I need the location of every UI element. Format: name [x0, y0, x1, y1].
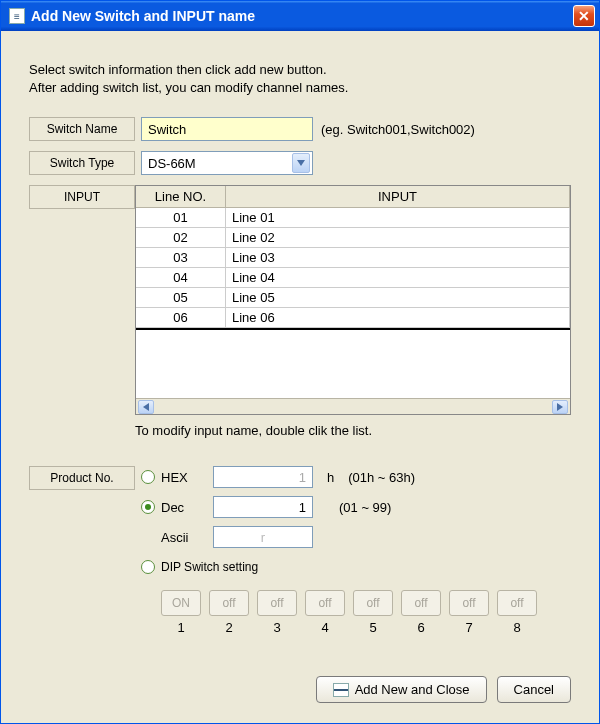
- dip-button[interactable]: off: [257, 590, 297, 616]
- cell-no: 06: [136, 308, 226, 327]
- cell-input: Line 01: [226, 208, 570, 227]
- ascii-label: Ascii: [161, 530, 207, 545]
- col-header-lineno: Line NO.: [136, 186, 226, 208]
- hex-radio[interactable]: [141, 470, 155, 484]
- dip-switch-3: off3: [257, 590, 297, 635]
- chevron-down-icon: [297, 160, 305, 166]
- titlebar: ≡ Add New Switch and INPUT name ✕: [1, 1, 599, 31]
- dip-number: 2: [225, 620, 232, 635]
- table-empty-area: [136, 328, 570, 398]
- table-row[interactable]: 02Line 02: [136, 228, 570, 248]
- table-row[interactable]: 06Line 06: [136, 308, 570, 328]
- switch-name-label: Switch Name: [29, 117, 135, 141]
- dip-button[interactable]: off: [305, 590, 345, 616]
- cell-input: Line 05: [226, 288, 570, 307]
- dip-number: 1: [177, 620, 184, 635]
- dip-switch-8: off8: [497, 590, 537, 635]
- dip-switch-2: off2: [209, 590, 249, 635]
- dip-button[interactable]: ON: [161, 590, 201, 616]
- input-table: Line NO. INPUT 01Line 01 02Line 02 03Lin…: [135, 185, 571, 415]
- cell-no: 01: [136, 208, 226, 227]
- cell-input: Line 02: [226, 228, 570, 247]
- add-new-close-label: Add New and Close: [355, 682, 470, 697]
- dip-number: 8: [513, 620, 520, 635]
- instruction-line1: Select switch information then click add…: [29, 61, 571, 79]
- ascii-input[interactable]: [213, 526, 313, 548]
- chevron-left-icon: [143, 403, 149, 411]
- horizontal-scrollbar[interactable]: [136, 398, 570, 414]
- hex-label: HEX: [161, 470, 207, 485]
- scroll-right-button[interactable]: [552, 400, 568, 414]
- input-section-label: INPUT: [29, 185, 135, 209]
- dip-button[interactable]: off: [449, 590, 489, 616]
- close-button[interactable]: ✕: [573, 5, 595, 27]
- switch-type-combo[interactable]: DS-66M: [141, 151, 313, 175]
- scroll-left-button[interactable]: [138, 400, 154, 414]
- cell-no: 04: [136, 268, 226, 287]
- dip-number: 5: [369, 620, 376, 635]
- button-bar: Add New and Close Cancel: [29, 652, 571, 703]
- input-table-row: INPUT Line NO. INPUT 01Line 01 02Line 02…: [29, 185, 571, 456]
- dip-number: 3: [273, 620, 280, 635]
- cell-no: 02: [136, 228, 226, 247]
- switch-type-label: Switch Type: [29, 151, 135, 175]
- dip-number: 4: [321, 620, 328, 635]
- app-icon: ≡: [9, 8, 25, 24]
- cell-no: 03: [136, 248, 226, 267]
- combo-arrow[interactable]: [292, 153, 310, 173]
- table-row[interactable]: 04Line 04: [136, 268, 570, 288]
- close-icon: ✕: [578, 8, 590, 24]
- cancel-label: Cancel: [514, 682, 554, 697]
- switch-type-value: DS-66M: [148, 156, 196, 171]
- dip-button[interactable]: off: [497, 590, 537, 616]
- cell-no: 05: [136, 288, 226, 307]
- instructions: Select switch information then click add…: [29, 61, 571, 97]
- modify-hint: To modify input name, double clik the li…: [135, 423, 571, 438]
- hex-suffix: h: [327, 470, 334, 485]
- add-new-close-button[interactable]: Add New and Close: [316, 676, 487, 703]
- dec-input[interactable]: [213, 496, 313, 518]
- dec-label: Dec: [161, 500, 207, 515]
- dip-label: DIP Switch setting: [161, 560, 258, 574]
- window-title: Add New Switch and INPUT name: [31, 8, 573, 24]
- dip-button[interactable]: off: [209, 590, 249, 616]
- client-area: Select switch information then click add…: [1, 31, 599, 723]
- hex-input[interactable]: [213, 466, 313, 488]
- dip-radio[interactable]: [141, 560, 155, 574]
- cell-input: Line 06: [226, 308, 570, 327]
- switch-name-hint: (eg. Switch001,Switch002): [321, 122, 475, 137]
- cell-input: Line 04: [226, 268, 570, 287]
- table-row[interactable]: 05Line 05: [136, 288, 570, 308]
- dip-switch-4: off4: [305, 590, 345, 635]
- dip-switch-1: ON1: [161, 590, 201, 635]
- dip-row: DIP Switch setting: [141, 560, 571, 574]
- dec-radio[interactable]: [141, 500, 155, 514]
- cancel-button[interactable]: Cancel: [497, 676, 571, 703]
- list-icon: [333, 683, 349, 697]
- chevron-right-icon: [557, 403, 563, 411]
- dip-button[interactable]: off: [353, 590, 393, 616]
- switch-name-input[interactable]: [141, 117, 313, 141]
- product-no-label: Product No.: [29, 466, 135, 490]
- col-header-input: INPUT: [226, 186, 570, 208]
- table-header: Line NO. INPUT: [136, 186, 570, 208]
- table-row[interactable]: 01Line 01: [136, 208, 570, 228]
- table-body: 01Line 01 02Line 02 03Line 03 04Line 04 …: [136, 208, 570, 328]
- dip-number: 6: [417, 620, 424, 635]
- hex-row: HEX h (01h ~ 63h): [141, 466, 571, 488]
- table-row[interactable]: 03Line 03: [136, 248, 570, 268]
- ascii-row: Ascii: [161, 526, 571, 548]
- switch-name-row: Switch Name (eg. Switch001,Switch002): [29, 117, 571, 141]
- hex-range: (01h ~ 63h): [348, 470, 415, 485]
- dialog-window: ≡ Add New Switch and INPUT name ✕ Select…: [0, 0, 600, 724]
- dip-button[interactable]: off: [401, 590, 441, 616]
- dip-switch-7: off7: [449, 590, 489, 635]
- dip-switch-6: off6: [401, 590, 441, 635]
- product-no-section: Product No. HEX h (01h ~ 63h) Dec (01 ~ …: [29, 466, 571, 635]
- dip-switch-group: ON1 off2 off3 off4 off5 off6 off7 off8: [161, 590, 571, 635]
- dec-row: Dec (01 ~ 99): [141, 496, 571, 518]
- switch-type-row: Switch Type DS-66M: [29, 151, 571, 175]
- dip-number: 7: [465, 620, 472, 635]
- instruction-line2: After adding switch list, you can modify…: [29, 79, 571, 97]
- cell-input: Line 03: [226, 248, 570, 267]
